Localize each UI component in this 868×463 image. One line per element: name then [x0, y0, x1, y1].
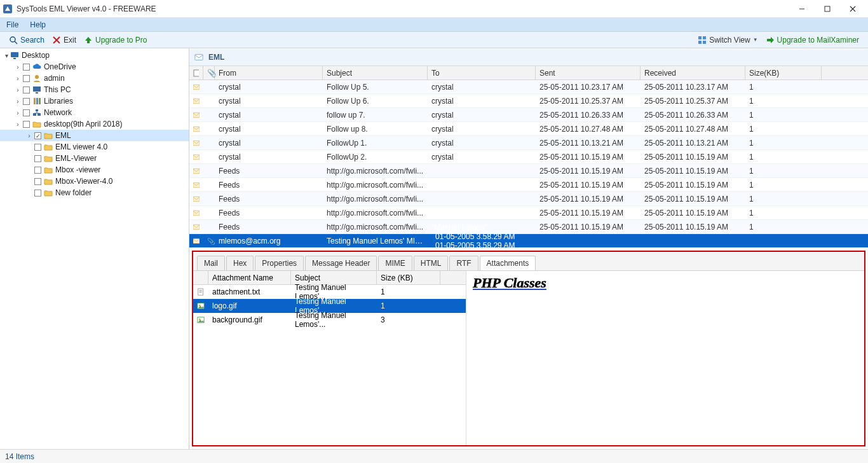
mail-icon: [189, 125, 203, 133]
tab-message-header[interactable]: Message Header: [305, 256, 377, 270]
email-row[interactable]: crystalFollow Up 5.crystal25-05-2011 10.…: [189, 80, 868, 94]
cell-sent: 25-05-2011 10.15.19 AM: [536, 167, 641, 176]
col-att-subject[interactable]: Subject: [291, 271, 377, 284]
page-icon: [193, 69, 199, 77]
checkbox[interactable]: [23, 86, 30, 93]
attachment-row[interactable]: background.gifTesting Manuel Lemos'...3: [193, 313, 466, 327]
tree-item[interactable]: ›admin: [0, 73, 189, 84]
tree-item[interactable]: Mbox -viewer: [0, 164, 189, 176]
col-size[interactable]: Size(KB): [745, 66, 822, 79]
tree-item[interactable]: ›EML: [0, 130, 189, 141]
twisty-icon[interactable]: ›: [14, 98, 22, 105]
svg-rect-30: [193, 113, 200, 118]
tab-mime[interactable]: MIME: [378, 256, 412, 270]
cell-subject: http://go.microsoft.com/fwli...: [323, 223, 428, 232]
checkbox[interactable]: [34, 167, 41, 174]
email-row[interactable]: 📎mlemos@acm.orgTesting Manuel Lemos' MIM…: [189, 234, 868, 248]
tree-item[interactable]: New folder: [0, 187, 189, 198]
cell-to: crystal: [428, 97, 536, 106]
email-grid-header: 📎 From Subject To Sent Received Size(KB): [189, 66, 868, 80]
checkbox[interactable]: [23, 64, 30, 71]
twisty-icon[interactable]: ›: [14, 64, 22, 71]
tree-root[interactable]: ▾ Desktop: [0, 50, 189, 61]
svg-line-6: [15, 41, 17, 44]
email-row[interactable]: Feedshttp://go.microsoft.com/fwli...25-0…: [189, 178, 868, 192]
menu-file[interactable]: File: [6, 20, 18, 29]
col-att-name[interactable]: Attachment Name: [208, 271, 291, 284]
mail-icon: [189, 83, 203, 91]
email-grid-body[interactable]: crystalFollow Up 5.crystal25-05-2011 10.…: [189, 80, 868, 248]
pc-icon: [32, 85, 41, 94]
minimize-button[interactable]: [789, 1, 815, 17]
email-row[interactable]: crystalFollowUp 2.crystal25-05-2011 10.1…: [189, 150, 868, 164]
tab-properties[interactable]: Properties: [255, 256, 304, 270]
twisty-icon[interactable]: ›: [14, 121, 22, 128]
checkbox[interactable]: [34, 155, 41, 162]
maximize-button[interactable]: [815, 1, 840, 17]
email-row[interactable]: Feedshttp://go.microsoft.com/fwli...25-0…: [189, 192, 868, 206]
tree-item[interactable]: EML-Viewer: [0, 153, 189, 164]
col-received[interactable]: Received: [641, 66, 745, 79]
svg-rect-13: [11, 52, 18, 57]
attachment-indicator: 📎: [203, 237, 215, 245]
tree-item[interactable]: ›OneDrive: [0, 61, 189, 73]
tab-rtf[interactable]: RTF: [449, 256, 478, 270]
twisty-icon[interactable]: ›: [14, 75, 22, 82]
tab-hex[interactable]: Hex: [226, 256, 254, 270]
tab-attachments[interactable]: Attachments: [480, 256, 536, 270]
col-subject[interactable]: Subject: [323, 66, 428, 79]
checkbox[interactable]: [34, 190, 41, 197]
image-icon: [193, 315, 208, 324]
upgrade-mailxaminer-button[interactable]: Upgrade to MailXaminer: [762, 34, 863, 46]
email-row[interactable]: Feedshttp://go.microsoft.com/fwli...25-0…: [189, 164, 868, 178]
checkbox[interactable]: [23, 109, 30, 116]
switch-view-button[interactable]: Switch View ▼: [694, 34, 761, 46]
checkbox[interactable]: [23, 98, 30, 105]
exit-button[interactable]: Exit: [48, 34, 80, 46]
folder-icon: [44, 177, 53, 186]
checkbox[interactable]: [23, 121, 30, 128]
svg-rect-34: [193, 169, 200, 174]
checkbox[interactable]: [23, 75, 30, 82]
email-row[interactable]: Feedshttp://go.microsoft.com/fwli...25-0…: [189, 206, 868, 220]
tree-item[interactable]: EML viewer 4.0: [0, 141, 189, 153]
tab-html[interactable]: HTML: [414, 256, 449, 270]
tree-item[interactable]: ›desktop(9th April 2018): [0, 118, 189, 130]
twisty-icon[interactable]: ›: [14, 86, 22, 93]
attachment-list[interactable]: Attachment Name Subject Size (KB) attach…: [193, 271, 466, 445]
cell-size: 1: [745, 223, 822, 232]
twisty-icon[interactable]: ›: [25, 132, 33, 139]
svg-rect-32: [193, 141, 200, 146]
col-attachment[interactable]: 📎: [203, 66, 215, 79]
email-row[interactable]: crystalFollow Up 6.crystal25-05-2011 10.…: [189, 94, 868, 108]
tree-item[interactable]: Mbox-Viewer-4.0: [0, 176, 189, 187]
tab-mail[interactable]: Mail: [197, 256, 225, 270]
search-button[interactable]: Search: [5, 34, 48, 46]
checkbox[interactable]: [34, 144, 41, 151]
col-icon[interactable]: [189, 66, 203, 79]
checkbox[interactable]: [34, 178, 41, 185]
col-to[interactable]: To: [428, 66, 536, 79]
tree-item[interactable]: ›Network: [0, 107, 189, 118]
email-row[interactable]: crystalFollow up 8.crystal25-05-2011 10.…: [189, 122, 868, 136]
email-row[interactable]: crystalfollow up 7.crystal25-05-2011 10.…: [189, 108, 868, 122]
checkbox[interactable]: [34, 132, 41, 139]
folder-icon: [44, 131, 53, 140]
email-row[interactable]: crystalFollowUp 1.crystal25-05-2011 10.1…: [189, 136, 868, 150]
col-from[interactable]: From: [215, 66, 323, 79]
upgrade-pro-button[interactable]: Upgrade to Pro: [80, 34, 151, 46]
svg-rect-39: [193, 238, 200, 244]
attachment-size: 3: [377, 315, 440, 324]
svg-rect-36: [193, 197, 200, 202]
cell-from: Feeds: [215, 195, 323, 204]
menu-help[interactable]: Help: [30, 20, 46, 29]
twisty-icon[interactable]: ›: [14, 109, 22, 116]
close-button[interactable]: [840, 1, 865, 17]
svg-rect-29: [193, 99, 200, 104]
tree-item[interactable]: ›Libraries: [0, 95, 189, 107]
folder-tree[interactable]: ▾ Desktop ›OneDrive›admin›This PC›Librar…: [0, 48, 189, 449]
cell-from: Feeds: [215, 209, 323, 218]
tree-item[interactable]: ›This PC: [0, 84, 189, 95]
col-sent[interactable]: Sent: [536, 66, 641, 79]
col-att-size[interactable]: Size (KB): [377, 271, 440, 284]
